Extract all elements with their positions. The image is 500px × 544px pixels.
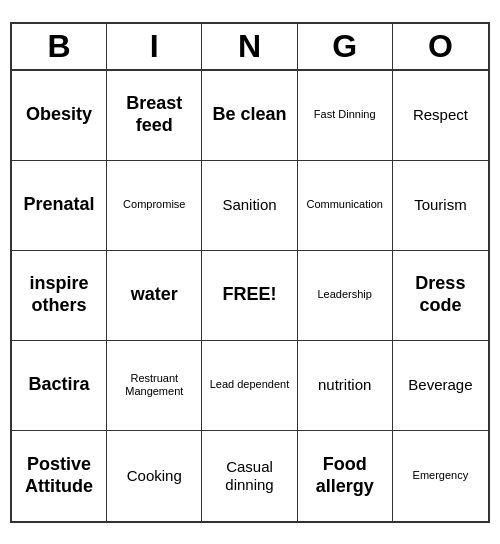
- bingo-cell: Communication: [298, 161, 393, 251]
- bingo-cell: Cooking: [107, 431, 202, 521]
- header-letter-g: G: [298, 24, 393, 69]
- bingo-cell: Breast feed: [107, 71, 202, 161]
- bingo-cell: Respect: [393, 71, 488, 161]
- bingo-cell: Casual dinning: [202, 431, 297, 521]
- bingo-cell: Restruant Mangement: [107, 341, 202, 431]
- bingo-cell: Sanition: [202, 161, 297, 251]
- bingo-cell: Lead dependent: [202, 341, 297, 431]
- bingo-cell: water: [107, 251, 202, 341]
- bingo-cell: Fast Dinning: [298, 71, 393, 161]
- bingo-cell: Bactira: [12, 341, 107, 431]
- bingo-cell: inspire others: [12, 251, 107, 341]
- bingo-grid: ObesityBreast feedBe cleanFast DinningRe…: [12, 71, 488, 521]
- bingo-cell: Prenatal: [12, 161, 107, 251]
- bingo-cell: Compromise: [107, 161, 202, 251]
- header-letter-n: N: [202, 24, 297, 69]
- bingo-cell: Emergency: [393, 431, 488, 521]
- bingo-cell: Tourism: [393, 161, 488, 251]
- bingo-cell: Obesity: [12, 71, 107, 161]
- header-letter-b: B: [12, 24, 107, 69]
- header-letter-o: O: [393, 24, 488, 69]
- bingo-header: BINGO: [12, 24, 488, 71]
- bingo-cell: FREE!: [202, 251, 297, 341]
- bingo-cell: nutrition: [298, 341, 393, 431]
- bingo-cell: Be clean: [202, 71, 297, 161]
- bingo-card: BINGO ObesityBreast feedBe cleanFast Din…: [10, 22, 490, 523]
- bingo-cell: Postive Attitude: [12, 431, 107, 521]
- bingo-cell: Leadership: [298, 251, 393, 341]
- bingo-cell: Dress code: [393, 251, 488, 341]
- header-letter-i: I: [107, 24, 202, 69]
- bingo-cell: Beverage: [393, 341, 488, 431]
- bingo-cell: Food allergy: [298, 431, 393, 521]
